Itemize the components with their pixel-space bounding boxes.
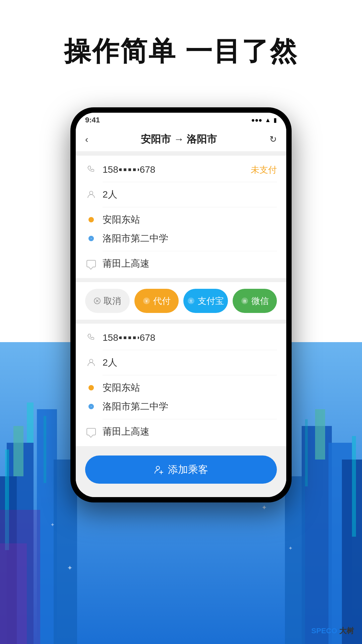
action-buttons: 取消 ¥ 代付 支 支付宝 — [76, 282, 286, 320]
dafu-button[interactable]: ¥ 代付 — [134, 289, 179, 313]
svg-point-34 — [156, 466, 160, 470]
headline-text: 操作简单 一目了然 — [0, 34, 362, 70]
svg-text:✦: ✦ — [261, 504, 267, 511]
divider-2 — [103, 207, 277, 207]
wifi-icon: ▲ — [265, 117, 271, 124]
svg-rect-15 — [305, 419, 308, 486]
to-station-row-2: 洛阳市第二中学 — [85, 400, 277, 413]
phone-icon-1 — [85, 164, 97, 176]
highway-1: 莆田上高速 — [103, 257, 277, 270]
status-icons: ●●● ▲ ▮ — [251, 116, 277, 124]
svg-point-23 — [89, 191, 93, 195]
phone-screen: 9:41 ●●● ▲ ▮ ‹ 安阳市 → 洛阳市 ↻ — [76, 113, 286, 497]
highway-row-2: 莆田上高速 — [85, 425, 277, 438]
watermark: SPECO 大树 — [311, 626, 354, 636]
phone-mockup: 9:41 ●●● ▲ ▮ ‹ 安阳市 → 洛阳市 ↻ — [70, 107, 292, 502]
comment-icon-2 — [85, 426, 97, 438]
phone-frame: 9:41 ●●● ▲ ▮ ‹ 安阳市 → 洛阳市 ↻ — [70, 107, 292, 502]
add-passenger-button[interactable]: 添加乘客 — [85, 455, 277, 484]
divider-6 — [103, 419, 277, 419]
order-card-1: 158678 未支付 2人 — [76, 156, 286, 278]
status-time: 9:41 — [85, 116, 100, 124]
status-bar: 9:41 ●●● ▲ ▮ — [76, 113, 286, 127]
order-card-2: 158678 2人 — [76, 324, 286, 446]
person-icon-2 — [85, 357, 97, 369]
passengers-row-1: 2人 — [85, 188, 277, 201]
alipay-icon: 支 — [187, 297, 195, 305]
from-dot-icon-2 — [85, 382, 97, 394]
comment-icon-1 — [85, 258, 97, 270]
from-station-row-1: 安阳东站 — [85, 213, 277, 226]
person-icon-1 — [85, 189, 97, 201]
svg-text:✦: ✦ — [50, 522, 55, 528]
svg-rect-22 — [0, 543, 27, 644]
cancel-button[interactable]: 取消 — [85, 289, 130, 313]
to-station-2: 洛阳市第二中学 — [103, 400, 277, 413]
battery-icon: ▮ — [274, 116, 277, 124]
svg-rect-13 — [315, 409, 325, 460]
watermark-text2: 大树 — [339, 627, 354, 635]
svg-rect-5 — [13, 426, 23, 476]
phone-number-2: 158678 — [103, 332, 277, 343]
svg-point-33 — [89, 359, 93, 363]
passenger-count-1: 2人 — [103, 188, 277, 201]
svg-rect-8 — [44, 416, 46, 483]
cancel-icon — [94, 297, 101, 305]
to-dot-icon-2 — [85, 400, 97, 413]
app-header: ‹ 安阳市 → 洛阳市 ↻ — [76, 127, 286, 152]
from-station-2: 安阳东站 — [103, 381, 277, 394]
divider-5 — [103, 375, 277, 375]
divider-1 — [103, 182, 277, 182]
from-station-row-2: 安阳东站 — [85, 381, 277, 394]
from-dot-icon-1 — [85, 214, 97, 226]
svg-rect-6 — [27, 402, 34, 443]
svg-text:¥: ¥ — [145, 299, 147, 304]
phone-number-1: 158678 — [103, 164, 251, 175]
phone-row-2: 158678 — [85, 332, 277, 344]
payment-status-1: 未支付 — [251, 164, 277, 176]
dafu-icon: ¥ — [142, 297, 150, 305]
from-station-1: 安阳东站 — [103, 213, 277, 226]
to-station-1: 洛阳市第二中学 — [103, 232, 277, 245]
signal-icon: ●●● — [251, 117, 262, 124]
back-button[interactable]: ‹ — [85, 134, 88, 145]
to-dot-icon-1 — [85, 232, 97, 245]
to-station-row-1: 洛阳市第二中学 — [85, 232, 277, 245]
svg-text:✦: ✦ — [288, 545, 293, 551]
phone-row-1: 158678 未支付 — [85, 164, 277, 176]
svg-rect-14 — [352, 436, 356, 537]
header-title: 安阳市 → 洛阳市 — [141, 132, 217, 146]
watermark-text1: SPECO — [311, 627, 337, 635]
bottom-btn-area: 添加乘客 — [76, 450, 286, 493]
divider-3 — [103, 251, 277, 251]
svg-text:支: 支 — [189, 299, 193, 303]
highway-2: 莆田上高速 — [103, 425, 277, 438]
wechat-button[interactable]: 微 微信 — [233, 289, 277, 313]
svg-text:微: 微 — [243, 299, 246, 303]
passengers-row-2: 2人 — [85, 356, 277, 369]
add-person-icon — [154, 465, 164, 475]
highway-row-1: 莆田上高速 — [85, 257, 277, 270]
passenger-count-2: 2人 — [103, 356, 277, 369]
divider-4 — [103, 350, 277, 350]
wechat-icon: 微 — [241, 297, 249, 305]
content-area: 158678 未支付 2人 — [76, 152, 286, 497]
refresh-button[interactable]: ↻ — [269, 134, 277, 145]
phone-icon-2 — [85, 332, 97, 344]
svg-text:✦: ✦ — [67, 564, 73, 572]
alipay-button[interactable]: 支 支付宝 — [183, 289, 228, 313]
